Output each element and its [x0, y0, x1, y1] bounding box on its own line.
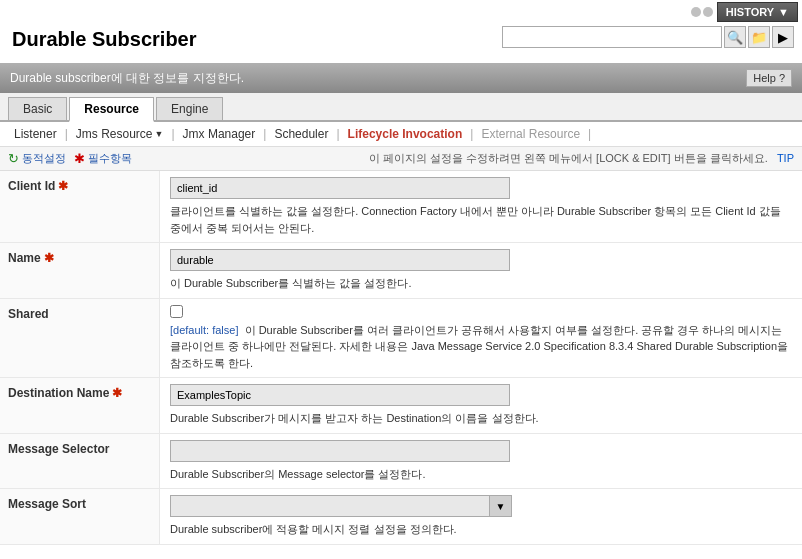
shared-desc: [default: false] 이 Durable Subscriber를 여…: [170, 324, 788, 369]
field-value-shared: [default: false] 이 Durable Subscriber를 여…: [160, 299, 802, 378]
subnav-external: External Resource: [475, 127, 586, 141]
content-area: Client Id ✱ 클라이언트를 식별하는 값을 설정한다. Connect…: [0, 171, 802, 545]
help-search-button[interactable]: ▶: [772, 26, 794, 48]
field-row-message-sort: Message Sort ▼ Durable subscriber에 적용할 메…: [0, 489, 802, 545]
help-label: Help: [753, 72, 776, 84]
name-desc: 이 Durable Subscriber를 식별하는 값을 설정한다.: [170, 277, 411, 289]
field-label-destination-name: Destination Name ✱: [0, 378, 160, 433]
client-id-desc: 클라이언트를 식별하는 값을 설정한다. Connection Factory …: [170, 205, 781, 234]
field-value-destination-name: Durable Subscriber가 메시지를 받고자 하는 Destinat…: [160, 378, 802, 433]
tab-engine[interactable]: Engine: [156, 97, 223, 120]
field-row-name: Name ✱ 이 Durable Subscriber를 식별하는 값을 설정한…: [0, 243, 802, 299]
jms-resource-arrow-icon: ▼: [155, 129, 164, 139]
tab-resource[interactable]: Resource: [69, 97, 154, 122]
shared-checkbox[interactable]: [170, 305, 183, 318]
message-selector-input[interactable]: [170, 440, 510, 462]
message-sort-dropdown-container: ▼: [170, 495, 792, 517]
client-id-input[interactable]: [170, 177, 510, 199]
subnav-jmx-manager[interactable]: Jmx Manager: [177, 127, 262, 141]
sync-action[interactable]: ↻ 동적설정: [8, 151, 66, 166]
field-value-message-sort: ▼ Durable subscriber에 적용할 메시지 정렬 설정을 정의한…: [160, 489, 802, 544]
required-mark-destination: ✱: [112, 386, 122, 400]
history-arrow-icon: ▼: [778, 6, 789, 18]
info-text: Durable subscriber에 대한 정보를 지정한다.: [10, 70, 244, 87]
field-row-client-id: Client Id ✱ 클라이언트를 식별하는 값을 설정한다. Connect…: [0, 171, 802, 243]
search-bar: 🔍 📁 ▶: [502, 24, 798, 50]
field-value-message-selector: Durable Subscriber의 Message selector를 설정…: [160, 434, 802, 489]
required-mark-name: ✱: [44, 251, 54, 265]
tabs-row: Basic Resource Engine: [0, 93, 802, 122]
subnav-listener[interactable]: Listener: [8, 127, 63, 141]
tip-link[interactable]: TIP: [777, 152, 794, 164]
field-label-shared: Shared: [0, 299, 160, 378]
search-input[interactable]: [502, 26, 722, 48]
refresh-icon: ↻: [8, 151, 19, 166]
required-action: ✱ 필수항목: [74, 151, 132, 166]
sub-nav: Listener | Jms Resource ▼ | Jmx Manager …: [0, 122, 802, 147]
info-bar: Durable subscriber에 대한 정보를 지정한다. Help ?: [0, 63, 802, 93]
subnav-jms-resource[interactable]: Jms Resource ▼: [70, 127, 170, 141]
top-bar: HISTORY ▼: [0, 0, 802, 24]
tab-basic[interactable]: Basic: [8, 97, 67, 120]
field-value-name: 이 Durable Subscriber를 식별하는 값을 설정한다.: [160, 243, 802, 298]
field-label-name: Name ✱: [0, 243, 160, 298]
message-selector-desc: Durable Subscriber의 Message selector를 설정…: [170, 468, 426, 480]
subnav-scheduler[interactable]: Scheduler: [268, 127, 334, 141]
field-label-message-sort: Message Sort: [0, 489, 160, 544]
shared-default-tag: [default: false]: [170, 324, 239, 336]
search-button[interactable]: 🔍: [724, 26, 746, 48]
help-button[interactable]: Help ?: [746, 69, 792, 87]
message-sort-desc: Durable subscriber에 적용할 메시지 정렬 설정을 정의한다.: [170, 521, 792, 538]
destination-name-desc: Durable Subscriber가 메시지를 받고자 하는 Destinat…: [170, 412, 539, 424]
field-row-destination-name: Destination Name ✱ Durable Subscriber가 메…: [0, 378, 802, 434]
history-label: HISTORY: [726, 6, 774, 18]
field-label-message-selector: Message Selector: [0, 434, 160, 489]
help-icon: ?: [779, 72, 785, 84]
page-title: Durable Subscriber: [4, 24, 205, 59]
field-value-client-id: 클라이언트를 식별하는 값을 설정한다. Connection Factory …: [160, 171, 802, 242]
star-icon: ✱: [74, 151, 85, 166]
field-label-client-id: Client Id ✱: [0, 171, 160, 242]
field-row-shared: Shared [default: false] 이 Durable Subscr…: [0, 299, 802, 379]
destination-name-input[interactable]: [170, 384, 510, 406]
subnav-lifecycle[interactable]: Lifecycle Invocation: [342, 127, 469, 141]
message-sort-dropdown-button[interactable]: ▼: [490, 495, 512, 517]
folder-button[interactable]: 📁: [748, 26, 770, 48]
message-sort-input[interactable]: [170, 495, 490, 517]
required-mark-client-id: ✱: [58, 179, 68, 193]
action-info-text: 이 페이지의 설정을 수정하려면 왼쪽 메뉴에서 [LOCK & EDIT] 버…: [369, 152, 768, 164]
action-bar: ↻ 동적설정 ✱ 필수항목 이 페이지의 설정을 수정하려면 왼쪽 메뉴에서 […: [0, 147, 802, 171]
field-row-message-selector: Message Selector Durable Subscriber의 Mes…: [0, 434, 802, 490]
history-button[interactable]: HISTORY ▼: [717, 2, 798, 22]
name-input[interactable]: [170, 249, 510, 271]
